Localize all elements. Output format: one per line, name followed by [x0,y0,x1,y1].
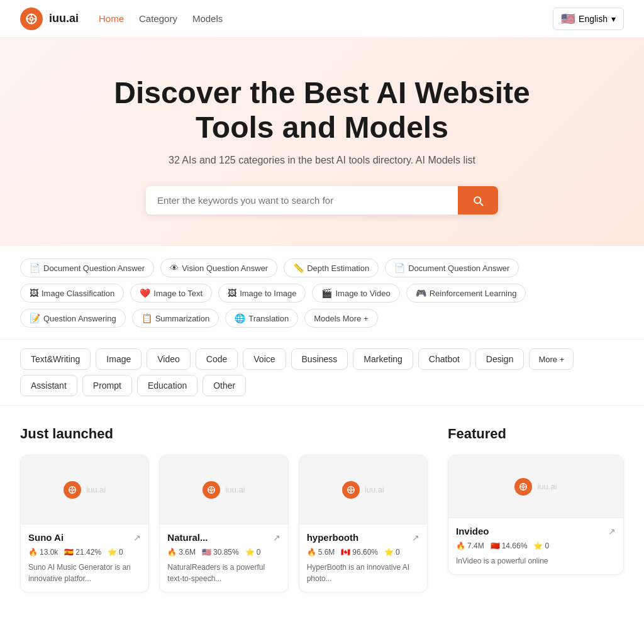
card-title-row: Natural... ↗ [167,532,280,543]
tag-image-to-video[interactable]: 🎬 Image to Video [312,284,399,303]
tag-label: Document Question Answer [43,264,145,273]
nav-models[interactable]: Models [192,13,223,24]
thumb-logo-text: iuu.ai [225,485,245,494]
card-desc: HyperBooth is an innovative AI photo... [307,562,419,584]
card-body-hyper: hyperbooth ↗ 🔥 5.6M 🇨🇦 96.60% [299,525,427,592]
featured-stats: 🔥 7.4M 🇨🇳 14.66% ⭐ 0 [456,541,616,550]
external-link-icon[interactable]: ↗ [608,526,616,536]
stat-pct: 21.42% [75,548,101,557]
svg-point-13 [211,489,213,491]
cat-business[interactable]: Business [291,348,348,370]
stat-stars: 0 [545,541,549,550]
external-link-icon[interactable]: ↗ [133,533,141,543]
stat-flag: 🇨🇳 14.66% [491,541,528,550]
stat-fire: 🔥 3.6M [167,548,196,557]
cat-text-writing[interactable]: Text&Writing [20,348,91,370]
country-flag: 🇨🇦 [341,548,350,557]
lang-flag: 🇺🇸 [561,12,575,26]
hero-title: Discover the Best AI Website Tools and M… [77,75,567,145]
hero-section: Discover the Best AI Website Tools and M… [0,38,644,246]
tag-models-more[interactable]: Models More + [304,309,377,328]
img-class-icon: 🖼 [30,288,38,298]
tag-depth-estimation[interactable]: 📏 Depth Estimation [284,258,379,277]
tag-image-to-text[interactable]: ❤️ Image to Text [130,284,212,303]
cat-more[interactable]: More + [529,348,574,370]
just-launched-title: Just launched [20,426,428,442]
nav-links: Home Category Models [99,13,223,24]
star-icon: ⭐ [384,548,394,557]
featured-card-invideo: iuu.ai Invideo ↗ 🔥 7.4M 🇨🇳 14.66% [448,455,624,575]
nav-category[interactable]: Category [139,13,177,24]
external-link-icon[interactable]: ↗ [412,533,419,543]
tag-reinforcement[interactable]: 🎮 Reinforcement Learning [406,284,526,303]
tag-image-to-image[interactable]: 🖼 Image to Image [218,284,306,303]
logo[interactable]: iuu.ai [20,8,79,30]
search-button[interactable] [458,186,498,214]
stat-star: ⭐ 0 [108,548,123,557]
doc-icon: 📄 [30,263,40,273]
external-link-icon[interactable]: ↗ [273,533,280,543]
cat-assistant[interactable]: Assistant [20,375,77,396]
card-body-suno: Suno Ai ↗ 🔥 13.0k 🇪🇸 21.42% [21,525,148,592]
cat-marketing[interactable]: Marketing [353,348,413,370]
model-tags-row-2: 🖼 Image Classification ❤️ Image to Text … [20,284,624,303]
search-input[interactable] [146,186,458,214]
tag-document-qa-1[interactable]: 📄 Document Question Answer [20,258,154,277]
featured-title: Featured [448,426,624,442]
card-stats: 🔥 13.0k 🇪🇸 21.42% ⭐ 0 [28,548,141,557]
featured-desc: InVideo is a powerful online [456,555,616,567]
tag-document-qa-2[interactable]: 📄 Document Question Answer [385,258,519,277]
stat-views: 7.4M [467,541,484,550]
nav-home[interactable]: Home [99,13,124,24]
stat-views: 3.6M [179,548,196,557]
tag-question-answering[interactable]: 📝 Question Answering [20,309,126,328]
cat-voice[interactable]: Voice [243,348,286,370]
cat-video[interactable]: Video [147,348,191,370]
tag-label: Image to Video [335,289,390,298]
card-stats: 🔥 5.6M 🇨🇦 96.60% ⭐ 0 [307,548,419,557]
cat-code[interactable]: Code [196,348,238,370]
tag-image-classification[interactable]: 🖼 Image Classification [20,284,124,303]
language-selector[interactable]: 🇺🇸 English ▾ [553,8,624,30]
tag-label: Image Classification [42,289,114,298]
cat-education[interactable]: Education [137,375,197,396]
tag-label: Vision Question Answer [182,264,268,273]
card-title: Suno Ai [28,532,64,543]
tag-summarization[interactable]: 📋 Summarization [132,309,219,328]
tag-label: Image to Image [240,289,296,298]
fire-icon: 🔥 [28,548,38,557]
cat-image[interactable]: Image [96,348,142,370]
stat-fire: 🔥 5.6M [307,548,335,557]
qa-icon: 📝 [30,313,40,323]
cat-design[interactable]: Design [475,348,525,370]
card-thumb-hyper: iuu.ai [299,455,427,525]
featured-thumb: iuu.ai [448,455,623,518]
vision-icon: 👁 [170,263,179,273]
featured-card-title: Invideo [456,526,489,536]
card-thumb-suno: iuu.ai [21,455,148,525]
thumb-logo-text: iuu.ai [86,485,106,494]
sum-icon: 📋 [142,313,152,323]
video-icon: 🎬 [321,288,332,298]
stat-star: ⭐ 0 [533,541,549,550]
game-icon: 🎮 [416,288,426,298]
card-desc: NaturalReaders is a powerful text-to-spe… [167,562,280,584]
stat-flag: 🇪🇸 21.42% [64,548,101,557]
main-content: Just launched iuu.ai [0,406,644,613]
tag-vision-qa[interactable]: 👁 Vision Question Answer [160,258,277,277]
thumb-logo-icon [64,481,81,499]
card-desc: Suno AI Music Generator is an innovative… [28,562,141,584]
cat-chatbot[interactable]: Chatbot [418,348,470,370]
card-suno-ai: iuu.ai Suno Ai ↗ 🔥 13.0k 🇪🇸 [20,455,149,592]
featured-title-row: Invideo ↗ [456,526,616,536]
cat-other[interactable]: Other [203,375,246,396]
stat-star: ⭐ 0 [384,548,400,557]
tag-label: Document Question Answer [408,264,509,273]
stat-views: 5.6M [318,548,335,557]
tag-label: Question Answering [43,314,116,323]
tag-label: Translation [248,314,289,323]
cat-prompt[interactable]: Prompt [82,375,132,396]
tag-translation[interactable]: 🌐 Translation [225,309,298,328]
thumb-logo-text: iuu.ai [365,485,384,494]
tag-label: Reinforcement Learning [430,289,517,298]
